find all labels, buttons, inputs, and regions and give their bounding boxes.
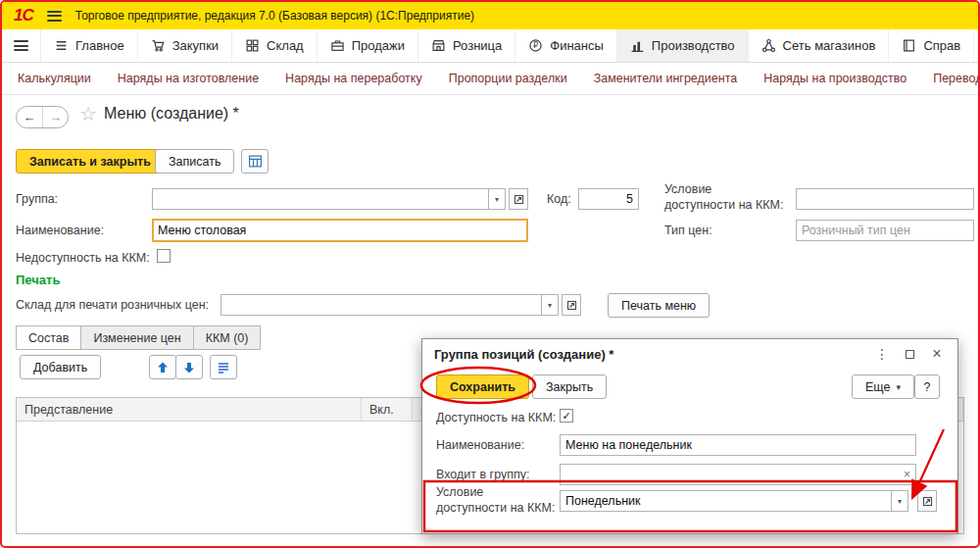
list-icon bbox=[54, 38, 69, 53]
menu-item-spravochniki[interactable]: Справ bbox=[889, 29, 974, 62]
group-input[interactable] bbox=[152, 188, 489, 210]
kebab-menu-icon[interactable]: ⋮ bbox=[873, 347, 891, 361]
open-link-icon bbox=[566, 300, 577, 311]
kkm-condition-label: Условие доступности на ККМ: bbox=[664, 182, 783, 213]
kkm-unavailable-checkbox[interactable] bbox=[157, 249, 171, 263]
tab-izmenenie-tsen[interactable]: Изменение цен bbox=[80, 325, 193, 350]
open-button[interactable] bbox=[562, 294, 581, 316]
menu-item-label: Склад bbox=[267, 38, 304, 53]
menu-item-label: Финансы bbox=[550, 38, 604, 53]
move-down-button[interactable] bbox=[175, 355, 203, 379]
app-window: 1С Торговое предприятие, редакция 7.0 (Б… bbox=[0, 0, 980, 548]
tab-kkm[interactable]: ККМ (0) bbox=[193, 325, 262, 350]
condition-label: Условие доступности на ККМ: bbox=[436, 485, 555, 516]
dialog-help-button[interactable]: ? bbox=[914, 374, 940, 399]
back-icon[interactable]: ← bbox=[17, 107, 42, 127]
svg-text:₽: ₽ bbox=[533, 41, 538, 50]
condition-input[interactable]: Понедельник bbox=[560, 490, 892, 512]
menu-item-label: Розница bbox=[453, 38, 502, 53]
menu-item-finansy[interactable]: ₽ Финансы bbox=[515, 29, 617, 62]
warehouse-field: ▾ bbox=[220, 294, 581, 316]
network-icon bbox=[761, 38, 776, 53]
spreadsheet-icon bbox=[248, 154, 263, 169]
menu-item-label: Главное bbox=[75, 38, 124, 53]
dropdown-icon[interactable]: ▾ bbox=[489, 188, 506, 210]
move-up-button[interactable] bbox=[149, 355, 176, 379]
dropdown-icon[interactable]: ▾ bbox=[892, 490, 908, 512]
submenu-item-naryady-pererabotku[interactable]: Наряды на переработку bbox=[285, 72, 422, 85]
code-field: 5 bbox=[578, 188, 639, 210]
condition-open-button[interactable] bbox=[917, 490, 937, 512]
menu-item-set-magazinov[interactable]: Сеть магазинов bbox=[749, 29, 890, 62]
check-icon: ✓ bbox=[562, 410, 570, 423]
tab-sostav[interactable]: Состав bbox=[16, 325, 81, 350]
favorite-star-icon[interactable]: ☆ bbox=[79, 102, 97, 125]
parent-group-input[interactable]: × bbox=[560, 464, 916, 485]
menu-item-prodazhi[interactable]: Продажи bbox=[318, 29, 418, 62]
price-type-placeholder: Розничный тип цен bbox=[802, 224, 910, 237]
sort-list-button[interactable] bbox=[210, 355, 237, 379]
kkm-available-checkbox[interactable]: ✓ bbox=[560, 409, 573, 423]
menu-item-label: Продажи bbox=[352, 38, 405, 53]
page-title: Меню (создание) * bbox=[104, 105, 239, 123]
menu-item-proizvodstvo[interactable]: Производство bbox=[617, 29, 749, 62]
menu-item-label: Сеть магазинов bbox=[783, 38, 876, 53]
forward-icon[interactable]: → bbox=[42, 107, 68, 127]
print-menu-button[interactable]: Печать меню bbox=[608, 293, 710, 318]
open-link-icon bbox=[922, 496, 933, 507]
maximize-icon[interactable] bbox=[901, 347, 918, 361]
dialog-title: Группа позиций (создание) * bbox=[434, 347, 863, 362]
column-header-presentation[interactable]: Представление bbox=[17, 398, 362, 421]
column-header-incl[interactable]: Вкл. bbox=[362, 398, 413, 421]
sections-hamburger-button[interactable] bbox=[2, 29, 41, 62]
clear-icon[interactable]: × bbox=[904, 469, 910, 480]
price-type-label: Тип цен: bbox=[664, 224, 712, 239]
price-type-input[interactable]: Розничный тип цен bbox=[796, 220, 974, 241]
arrow-down-icon bbox=[182, 361, 196, 374]
submenu-item-naryady-proizvodstvo[interactable]: Наряды на производство bbox=[763, 72, 906, 85]
more-button-label: Еще bbox=[865, 380, 890, 394]
menu-item-glavnoe[interactable]: Главное bbox=[41, 29, 138, 62]
sort-list-icon bbox=[217, 361, 230, 374]
dialog-save-button[interactable]: Сохранить bbox=[436, 374, 529, 399]
submenu-item-perevody[interactable]: Переводы в пр bbox=[933, 72, 978, 85]
add-button[interactable]: Добавить bbox=[20, 355, 101, 379]
dialog-more-button[interactable]: Еще ▾ bbox=[852, 374, 914, 399]
submenu-item-naryady-izgotovlenie[interactable]: Наряды на изготовление bbox=[118, 72, 259, 85]
menu-item-roznitsa[interactable]: Розница bbox=[418, 29, 515, 62]
dialog-close-button[interactable]: Закрыть bbox=[532, 374, 607, 399]
submenu-item-proportsii-razdelki[interactable]: Пропорции разделки bbox=[449, 72, 567, 85]
spreadsheet-button[interactable] bbox=[241, 149, 269, 174]
tab-strip: Состав Изменение цен ККМ (0) bbox=[16, 325, 260, 350]
submenu-item-kalkulyatsii[interactable]: Калькуляции bbox=[18, 72, 91, 85]
chevron-down-icon: ▾ bbox=[896, 382, 901, 392]
save-button[interactable]: Записать bbox=[155, 149, 234, 174]
production-chart-icon bbox=[630, 38, 645, 53]
dialog-name-field: Меню на понедельник bbox=[560, 434, 916, 456]
group-creation-dialog: Группа позиций (создание) * ⋮ × Сохранит… bbox=[421, 338, 958, 534]
kkm-available-label: Доступность на ККМ: bbox=[436, 411, 556, 426]
print-section-title[interactable]: Печать bbox=[16, 273, 60, 287]
submenu-item-zameniteli[interactable]: Заменители ингредиента bbox=[594, 72, 738, 85]
menu-item-label: Справ bbox=[923, 38, 960, 53]
close-icon[interactable]: × bbox=[928, 346, 946, 362]
name-field: Меню столовая bbox=[152, 219, 528, 242]
hamburger-menu-icon[interactable] bbox=[47, 11, 62, 22]
finance-ruble-icon: ₽ bbox=[528, 38, 543, 53]
open-button[interactable] bbox=[509, 188, 528, 210]
save-and-close-button[interactable]: Записать и закрыть bbox=[16, 149, 165, 174]
warehouse-input[interactable] bbox=[220, 294, 542, 316]
name-input[interactable]: Меню столовая bbox=[152, 219, 528, 242]
name-label: Наименование: bbox=[16, 224, 104, 239]
open-link-icon bbox=[514, 194, 524, 205]
price-type-field: Розничный тип цен bbox=[796, 220, 974, 241]
kkm-condition-input[interactable] bbox=[796, 188, 974, 210]
dialog-name-label: Наименование: bbox=[436, 438, 524, 454]
group-label: Группа: bbox=[16, 192, 58, 208]
menu-item-zakupki[interactable]: Закупки bbox=[138, 29, 232, 62]
dropdown-icon[interactable]: ▾ bbox=[542, 294, 559, 316]
dialog-name-input[interactable]: Меню на понедельник bbox=[560, 434, 916, 456]
code-input[interactable]: 5 bbox=[578, 188, 639, 210]
menu-item-sklad[interactable]: Склад bbox=[232, 29, 318, 62]
sections-menubar: Главное Закупки Склад Продажи Розница ₽ … bbox=[2, 29, 978, 63]
